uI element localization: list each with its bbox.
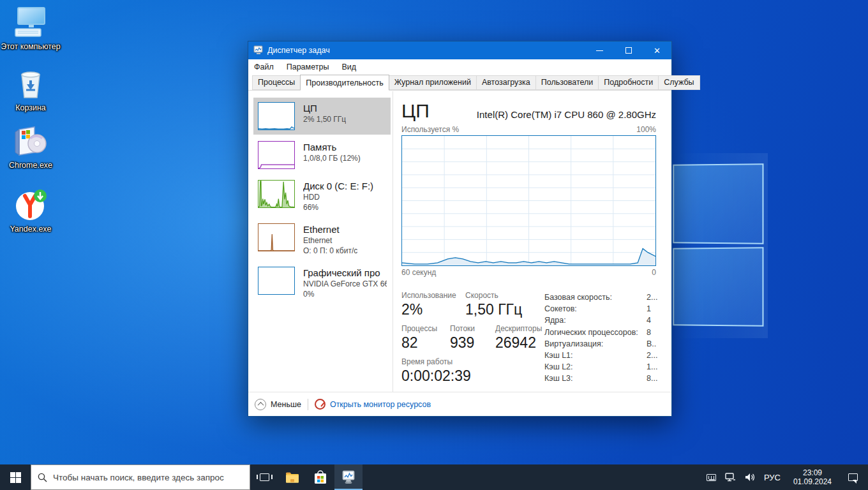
desktop-icon-label: Корзина [0,103,61,113]
desktop-icon-label: Этот компьютер [0,42,61,52]
sidebar-item-subtitle: 1,0/8,0 ГБ (12%) [303,153,361,163]
desktop-icon-chrome-installer[interactable]: Chrome.exe [0,125,61,170]
maximize-button[interactable] [614,41,643,59]
tab-performance[interactable]: Производительность [300,75,389,91]
cpu-heading: ЦП [401,100,430,122]
taskbar: РУС 23:09 01.09.2024 [0,464,868,490]
task-manager-icon [253,45,264,56]
tab-app-history[interactable]: Журнал приложений [389,75,477,90]
desktop-icon-this-pc[interactable]: Этот компьютер [0,6,61,52]
minimize-icon [596,50,603,51]
touch-keyboard-icon [707,474,716,481]
sidebar-divider [393,91,393,392]
taskbar-search[interactable] [31,464,250,490]
volume-button[interactable] [742,464,758,490]
minimize-button[interactable] [585,41,614,59]
detail-label: Виртуализация: [544,338,647,350]
detail-value: 2... [647,350,663,361]
resource-monitor-icon [315,399,326,410]
detail-label: Кэш L1: [544,350,647,361]
installer-box-icon [0,125,61,158]
volume-icon [745,473,755,482]
window-titlebar[interactable]: Диспетчер задач ✕ [248,41,671,59]
this-pc-icon [0,6,61,40]
close-button[interactable]: ✕ [643,41,671,59]
sidebar-item-subtitle2: 0% [303,289,387,299]
cpu-stats: Использование 2% Скорость 1,50 ГГц Проце… [401,291,656,387]
cpu-panel: ЦП Intel(R) Core(TM) i7 CPU 860 @ 2.80GH… [401,96,656,387]
sidebar-item-subtitle: NVIDIA GeForce GTX 660 [303,279,387,289]
tab-processes[interactable]: Процессы [252,75,301,90]
stat-speed: Скорость 1,50 ГГц [465,291,522,318]
action-center-icon [848,473,858,481]
menu-view[interactable]: Вид [341,63,356,71]
tab-users[interactable]: Пользователи [535,75,599,90]
windows-logo-icon [10,472,21,483]
desktop-icon-recycle-bin[interactable]: Корзина [0,68,61,113]
file-explorer-icon [285,471,299,483]
file-explorer-button[interactable] [278,464,306,490]
stat-handles: Дескрипторы 26942 [495,324,542,352]
stat-value: 82 [401,334,437,352]
cpu-usage-graph [401,135,656,266]
clock[interactable]: 23:09 01.09.2024 [787,464,838,490]
sidebar-item-cpu[interactable]: ЦП 2% 1,50 ГГц [253,98,391,135]
stat-label: Использование [401,291,456,300]
performance-sidebar: ЦП 2% 1,50 ГГц Память 1,0/8,0 ГБ (12%) Д… [253,98,391,306]
graph-xmin: 0 [652,268,656,277]
memory-thumbnail-chart [258,141,295,169]
performance-pane: ЦП 2% 1,50 ГГц Память 1,0/8,0 ГБ (12%) Д… [248,91,671,392]
sidebar-item-ethernet[interactable]: Ethernet Ethernet О: 0 П: 0 кбит/с [253,219,391,260]
gpu-thumbnail-chart [258,267,295,295]
tab-startup[interactable]: Автозагрузка [476,75,536,90]
start-button[interactable] [0,464,31,490]
cpu-thumbnail-chart [258,102,295,130]
detail-row: Кэш L1:2... [544,350,663,361]
sidebar-item-gpu[interactable]: Графический про NVIDIA GeForce GTX 660 0… [253,262,391,304]
window-footer: Меньше Открыть монитор ресурсов [248,392,671,416]
network-button[interactable] [722,464,738,490]
detail-label: Логических процессоров: [544,327,647,338]
detail-row: Кэш L2:1... [544,361,663,373]
sidebar-item-subtitle2: О: 0 П: 0 кбит/с [303,246,357,256]
window-title: Диспетчер задач [267,46,330,55]
tab-details[interactable]: Подробности [598,75,659,90]
system-tray: РУС 23:09 01.09.2024 [704,464,868,490]
task-view-icon [260,473,269,481]
stat-value: 2% [401,301,456,318]
language-label: РУС [764,473,781,482]
touch-keyboard-button[interactable] [704,464,719,490]
task-manager-taskbar-button[interactable] [334,464,363,490]
desktop-icon-label: Yandex.exe [0,225,61,234]
detail-value: 8... [647,373,663,384]
fewer-details-button[interactable]: Меньше [255,399,301,410]
sidebar-item-memory[interactable]: Память 1,0/8,0 ГБ (12%) [253,137,391,174]
detail-label: Сокетов: [544,303,647,315]
search-input[interactable] [53,473,243,482]
processor-name: Intel(R) Core(TM) i7 CPU 860 @ 2.80GHz [477,109,656,122]
detail-row: Ядра:4 [544,315,663,326]
detail-row: Кэш L3:8... [544,373,663,384]
microsoft-store-icon [314,470,327,484]
sidebar-item-title: ЦП [303,102,346,114]
menu-file[interactable]: Файл [254,63,274,71]
stat-label: Потоки [450,324,475,333]
detail-label: Базовая скорость: [544,292,647,303]
menu-options[interactable]: Параметры [287,63,329,71]
language-indicator[interactable]: РУС [761,464,783,490]
stat-processes: Процессы 82 [401,324,437,352]
tab-services[interactable]: Службы [658,75,700,90]
desktop-icon-yandex-installer[interactable]: Yandex.exe [0,189,61,234]
sidebar-item-subtitle2: 66% [303,202,373,212]
action-center-button[interactable] [842,464,864,490]
sidebar-item-disk[interactable]: Диск 0 (C: E: F:) HDD 66% [253,175,391,217]
open-resource-monitor-link[interactable]: Открыть монитор ресурсов [315,399,431,410]
detail-label: Кэш L2: [544,361,647,373]
detail-row: Сокетов:1 [544,303,663,315]
task-view-button[interactable] [250,464,278,490]
close-icon: ✕ [654,47,661,55]
desktop: Этот компьютер Корзина [0,0,868,490]
microsoft-store-button[interactable] [306,464,334,490]
stat-usage: Использование 2% [401,291,456,318]
sidebar-item-subtitle: Ethernet [303,235,357,246]
